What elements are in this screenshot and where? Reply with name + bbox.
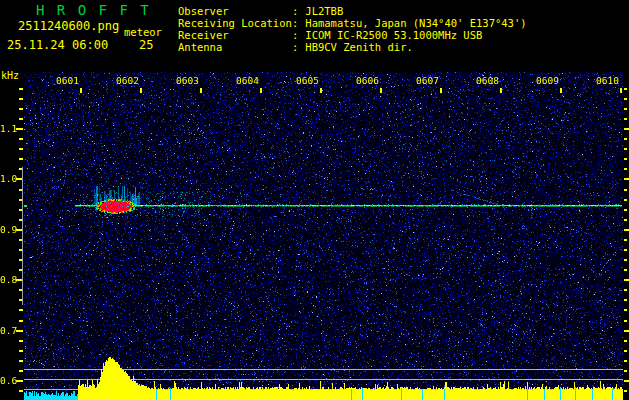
- y-minor-tick: [19, 148, 23, 150]
- y-minor-tick-right: [624, 350, 627, 352]
- y-tick-label: 0.8: [0, 274, 15, 285]
- meta-colon: :: [292, 41, 298, 53]
- station-metadata: Observer:JL2TBB Receiving Location:Hamam…: [178, 5, 527, 53]
- meta-label: Antenna: [178, 41, 292, 53]
- meta-colon: :: [292, 29, 298, 41]
- y-major-tick-right: [624, 128, 629, 130]
- y-minor-tick-right: [624, 88, 627, 90]
- y-minor-tick: [19, 360, 23, 362]
- y-minor-tick-right: [624, 189, 627, 191]
- y-minor-tick: [19, 118, 23, 120]
- y-minor-tick-right: [624, 98, 627, 100]
- y-minor-tick-right: [624, 289, 627, 291]
- hrofft-screen: H R O F F T 2511240600.png meteor 25.11.…: [0, 0, 629, 400]
- y-major-tick-right: [624, 229, 629, 231]
- y-tick-label: 0.6: [0, 375, 15, 386]
- meta-colon: :: [292, 17, 298, 29]
- meta-row-observer: Observer:JL2TBB: [178, 5, 527, 17]
- y-minor-tick: [19, 320, 23, 322]
- meta-label: Observer: [178, 5, 292, 17]
- y-minor-tick-right: [624, 108, 627, 110]
- meta-value: HB9CV Zenith dir.: [305, 41, 412, 53]
- y-major-tick: [16, 128, 23, 130]
- meta-label: Receiving Location: [178, 17, 292, 29]
- meta-row-location: Receiving Location:Hamamatsu, Japan (N34…: [178, 17, 527, 29]
- y-major-tick: [16, 330, 23, 332]
- y-minor-tick: [19, 88, 23, 90]
- spectrogram-canvas: [24, 72, 623, 400]
- y-minor-tick-right: [624, 239, 627, 241]
- y-minor-tick: [19, 309, 23, 311]
- y-minor-tick-right: [624, 148, 627, 150]
- y-minor-tick-right: [624, 360, 627, 362]
- y-minor-tick-right: [624, 370, 627, 372]
- y-major-tick-right: [624, 178, 629, 180]
- y-minor-tick-right: [624, 209, 627, 211]
- meta-row-antenna: Antenna:HB9CV Zenith dir.: [178, 41, 527, 53]
- y-tick-label: 1.0: [0, 173, 15, 184]
- y-minor-tick-right: [624, 299, 627, 301]
- y-minor-tick: [19, 158, 23, 160]
- y-minor-tick-right: [624, 320, 627, 322]
- y-minor-tick: [19, 350, 23, 352]
- y-minor-tick-right: [624, 309, 627, 311]
- datetime: 25.11.24 06:00: [7, 38, 108, 52]
- y-minor-tick: [19, 98, 23, 100]
- y-minor-tick-right: [624, 168, 627, 170]
- meta-value: JL2TBB: [305, 5, 343, 17]
- y-minor-tick-right: [624, 249, 627, 251]
- y-minor-tick: [19, 108, 23, 110]
- meteor-count: 25: [139, 38, 153, 52]
- y-minor-tick-right: [624, 199, 627, 201]
- y-major-tick-right: [624, 380, 629, 382]
- y-minor-tick-right: [624, 118, 627, 120]
- y-tick-label: 0.7: [0, 325, 15, 336]
- y-minor-tick-right: [624, 390, 627, 392]
- y-axis-unit-label: kHz: [1, 70, 19, 81]
- y-major-tick: [16, 380, 23, 382]
- y-minor-tick-right: [624, 158, 627, 160]
- y-minor-tick: [19, 138, 23, 140]
- y-minor-tick: [19, 340, 23, 342]
- mode-label: meteor: [124, 26, 162, 38]
- y-minor-tick-right: [624, 219, 627, 221]
- y-minor-tick: [19, 370, 23, 372]
- app-title: H R O F F T: [36, 2, 151, 18]
- y-tick-label: 1.1: [0, 123, 15, 134]
- y-tick-label: 0.9: [0, 224, 15, 235]
- y-major-tick-right: [624, 279, 629, 281]
- meta-label: Receiver: [178, 29, 292, 41]
- y-minor-tick-right: [624, 340, 627, 342]
- meta-row-receiver: Receiver:ICOM IC-R2500 53.1000MHz USB: [178, 29, 527, 41]
- meta-value: Hamamatsu, Japan (N34°40' E137°43'): [305, 17, 526, 29]
- y-minor-tick-right: [624, 138, 627, 140]
- y-minor-tick-right: [624, 259, 627, 261]
- y-major-tick-right: [624, 330, 629, 332]
- meta-value: ICOM IC-R2500 53.1000MHz USB: [305, 29, 482, 41]
- y-minor-tick-right: [624, 269, 627, 271]
- meta-colon: :: [292, 5, 298, 17]
- band-marker-line: [22, 167, 23, 305]
- filename: 2511240600.png: [18, 19, 119, 33]
- y-minor-tick: [19, 390, 23, 392]
